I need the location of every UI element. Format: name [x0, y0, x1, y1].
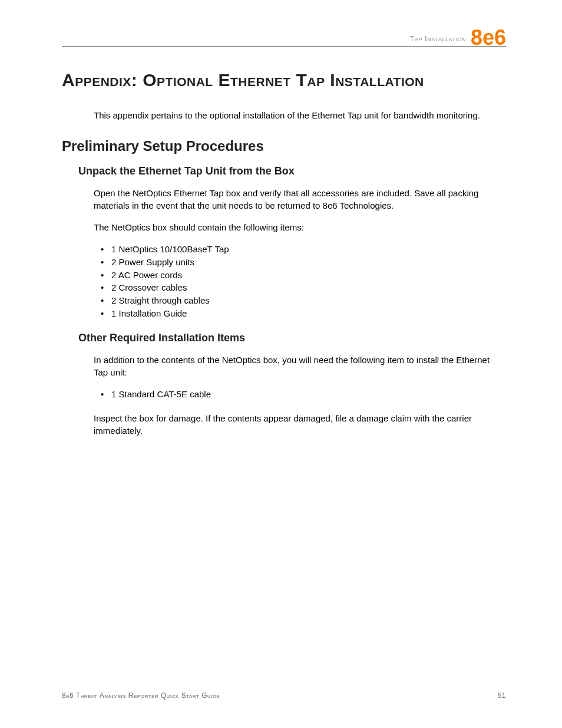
brand-logo: 8e6	[471, 27, 506, 48]
section-heading: Preliminary Setup Procedures	[62, 138, 506, 154]
footer-page-number: 51	[498, 691, 506, 700]
subsection-heading-other: Other Required Installation Items	[78, 332, 506, 344]
subsection-heading-unpack: Unpack the Ethernet Tap Unit from the Bo…	[78, 165, 506, 177]
list-item: 2 Crossover cables	[94, 281, 506, 294]
required-list: 1 Standard CAT-5E cable	[94, 388, 506, 401]
list-item: 1 Installation Guide	[94, 307, 506, 320]
contents-list: 1 NetOptics 10/100BaseT Tap 2 Power Supp…	[94, 243, 506, 320]
page-header: Tap Installation 8e6	[62, 24, 506, 47]
intro-paragraph: This appendix pertains to the optional i…	[94, 109, 506, 121]
list-item: 2 Straight through cables	[94, 294, 506, 307]
list-item: 2 AC Power cords	[94, 269, 506, 282]
footer-guide-name: 8e6 Threat Analysis Reporter Quick Start…	[62, 691, 220, 700]
body-paragraph: The NetOptics box should contain the fol…	[94, 221, 506, 233]
page-footer: 8e6 Threat Analysis Reporter Quick Start…	[62, 691, 506, 700]
body-paragraph: Inspect the box for damage. If the conte…	[94, 412, 506, 437]
list-item: 1 Standard CAT-5E cable	[94, 388, 506, 401]
body-paragraph: Open the NetOptics Ethernet Tap box and …	[94, 187, 506, 212]
list-item: 2 Power Supply units	[94, 256, 506, 269]
body-paragraph: In addition to the contents of the NetOp…	[94, 354, 506, 378]
list-item: 1 NetOptics 10/100BaseT Tap	[94, 243, 506, 256]
page-title: Appendix: Optional Ethernet Tap Installa…	[62, 70, 506, 90]
section-label: Tap Installation	[410, 34, 466, 43]
